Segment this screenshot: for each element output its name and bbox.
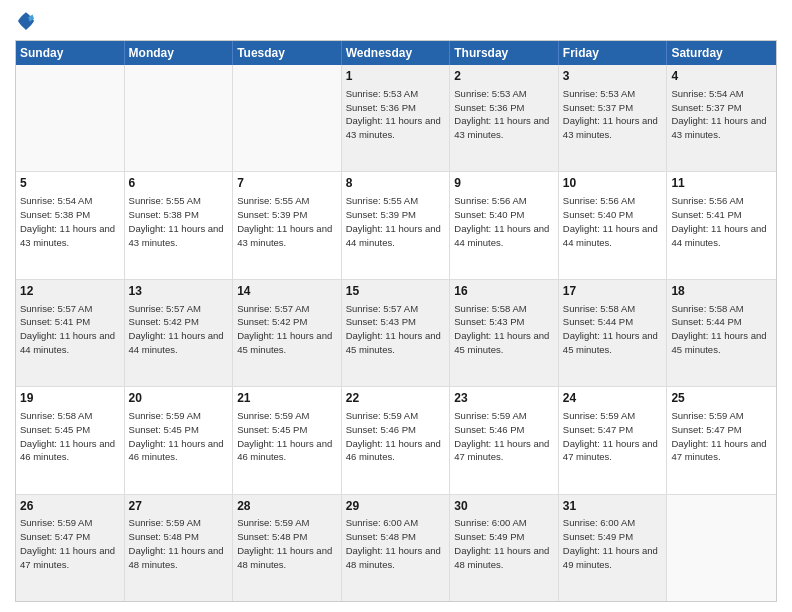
calendar-cell: 31Sunrise: 6:00 AMSunset: 5:49 PMDayligh… xyxy=(559,495,668,601)
day-number: 8 xyxy=(346,175,446,192)
day-number: 13 xyxy=(129,283,229,300)
day-number: 9 xyxy=(454,175,554,192)
header-thursday: Thursday xyxy=(450,41,559,65)
day-number: 21 xyxy=(237,390,337,407)
cell-info: Sunrise: 5:59 AMSunset: 5:47 PMDaylight:… xyxy=(20,516,120,571)
cell-info: Sunrise: 5:59 AMSunset: 5:48 PMDaylight:… xyxy=(129,516,229,571)
calendar-cell: 24Sunrise: 5:59 AMSunset: 5:47 PMDayligh… xyxy=(559,387,668,493)
day-number: 19 xyxy=(20,390,120,407)
calendar-cell: 29Sunrise: 6:00 AMSunset: 5:48 PMDayligh… xyxy=(342,495,451,601)
day-number: 2 xyxy=(454,68,554,85)
calendar-cell: 11Sunrise: 5:56 AMSunset: 5:41 PMDayligh… xyxy=(667,172,776,278)
cell-info: Sunrise: 5:55 AMSunset: 5:39 PMDaylight:… xyxy=(237,194,337,249)
cell-info: Sunrise: 5:54 AMSunset: 5:37 PMDaylight:… xyxy=(671,87,772,142)
day-number: 17 xyxy=(563,283,663,300)
calendar-cell: 6Sunrise: 5:55 AMSunset: 5:38 PMDaylight… xyxy=(125,172,234,278)
day-number: 26 xyxy=(20,498,120,515)
calendar-cell xyxy=(16,65,125,171)
logo-icon xyxy=(15,10,37,32)
header-friday: Friday xyxy=(559,41,668,65)
calendar-row: 5Sunrise: 5:54 AMSunset: 5:38 PMDaylight… xyxy=(16,172,776,279)
cell-info: Sunrise: 5:57 AMSunset: 5:43 PMDaylight:… xyxy=(346,302,446,357)
day-number: 31 xyxy=(563,498,663,515)
calendar-cell: 21Sunrise: 5:59 AMSunset: 5:45 PMDayligh… xyxy=(233,387,342,493)
cell-info: Sunrise: 5:53 AMSunset: 5:37 PMDaylight:… xyxy=(563,87,663,142)
calendar-cell: 18Sunrise: 5:58 AMSunset: 5:44 PMDayligh… xyxy=(667,280,776,386)
cell-info: Sunrise: 6:00 AMSunset: 5:49 PMDaylight:… xyxy=(563,516,663,571)
calendar-cell: 27Sunrise: 5:59 AMSunset: 5:48 PMDayligh… xyxy=(125,495,234,601)
logo xyxy=(15,10,41,32)
page: Sunday Monday Tuesday Wednesday Thursday… xyxy=(0,0,792,612)
calendar-header: Sunday Monday Tuesday Wednesday Thursday… xyxy=(16,41,776,65)
day-number: 16 xyxy=(454,283,554,300)
calendar-cell: 22Sunrise: 5:59 AMSunset: 5:46 PMDayligh… xyxy=(342,387,451,493)
calendar-cell: 20Sunrise: 5:59 AMSunset: 5:45 PMDayligh… xyxy=(125,387,234,493)
cell-info: Sunrise: 5:56 AMSunset: 5:41 PMDaylight:… xyxy=(671,194,772,249)
calendar-row: 1Sunrise: 5:53 AMSunset: 5:36 PMDaylight… xyxy=(16,65,776,172)
day-number: 22 xyxy=(346,390,446,407)
day-number: 6 xyxy=(129,175,229,192)
day-number: 11 xyxy=(671,175,772,192)
cell-info: Sunrise: 5:59 AMSunset: 5:48 PMDaylight:… xyxy=(237,516,337,571)
cell-info: Sunrise: 5:53 AMSunset: 5:36 PMDaylight:… xyxy=(346,87,446,142)
day-number: 29 xyxy=(346,498,446,515)
cell-info: Sunrise: 5:58 AMSunset: 5:44 PMDaylight:… xyxy=(671,302,772,357)
cell-info: Sunrise: 5:57 AMSunset: 5:42 PMDaylight:… xyxy=(129,302,229,357)
header xyxy=(15,10,777,32)
day-number: 4 xyxy=(671,68,772,85)
day-number: 1 xyxy=(346,68,446,85)
calendar: Sunday Monday Tuesday Wednesday Thursday… xyxy=(15,40,777,602)
cell-info: Sunrise: 5:59 AMSunset: 5:46 PMDaylight:… xyxy=(346,409,446,464)
day-number: 20 xyxy=(129,390,229,407)
cell-info: Sunrise: 5:58 AMSunset: 5:45 PMDaylight:… xyxy=(20,409,120,464)
cell-info: Sunrise: 5:55 AMSunset: 5:38 PMDaylight:… xyxy=(129,194,229,249)
calendar-cell: 1Sunrise: 5:53 AMSunset: 5:36 PMDaylight… xyxy=(342,65,451,171)
calendar-row: 19Sunrise: 5:58 AMSunset: 5:45 PMDayligh… xyxy=(16,387,776,494)
calendar-cell: 14Sunrise: 5:57 AMSunset: 5:42 PMDayligh… xyxy=(233,280,342,386)
cell-info: Sunrise: 5:57 AMSunset: 5:41 PMDaylight:… xyxy=(20,302,120,357)
day-number: 23 xyxy=(454,390,554,407)
cell-info: Sunrise: 6:00 AMSunset: 5:49 PMDaylight:… xyxy=(454,516,554,571)
calendar-cell: 8Sunrise: 5:55 AMSunset: 5:39 PMDaylight… xyxy=(342,172,451,278)
day-number: 24 xyxy=(563,390,663,407)
day-number: 30 xyxy=(454,498,554,515)
calendar-cell: 15Sunrise: 5:57 AMSunset: 5:43 PMDayligh… xyxy=(342,280,451,386)
cell-info: Sunrise: 5:59 AMSunset: 5:45 PMDaylight:… xyxy=(237,409,337,464)
header-wednesday: Wednesday xyxy=(342,41,451,65)
calendar-cell xyxy=(125,65,234,171)
calendar-cell: 9Sunrise: 5:56 AMSunset: 5:40 PMDaylight… xyxy=(450,172,559,278)
header-monday: Monday xyxy=(125,41,234,65)
calendar-cell: 3Sunrise: 5:53 AMSunset: 5:37 PMDaylight… xyxy=(559,65,668,171)
calendar-cell: 26Sunrise: 5:59 AMSunset: 5:47 PMDayligh… xyxy=(16,495,125,601)
day-number: 25 xyxy=(671,390,772,407)
calendar-cell: 25Sunrise: 5:59 AMSunset: 5:47 PMDayligh… xyxy=(667,387,776,493)
cell-info: Sunrise: 5:58 AMSunset: 5:43 PMDaylight:… xyxy=(454,302,554,357)
day-number: 27 xyxy=(129,498,229,515)
day-number: 28 xyxy=(237,498,337,515)
calendar-row: 12Sunrise: 5:57 AMSunset: 5:41 PMDayligh… xyxy=(16,280,776,387)
day-number: 18 xyxy=(671,283,772,300)
calendar-cell: 30Sunrise: 6:00 AMSunset: 5:49 PMDayligh… xyxy=(450,495,559,601)
header-tuesday: Tuesday xyxy=(233,41,342,65)
day-number: 10 xyxy=(563,175,663,192)
calendar-cell: 5Sunrise: 5:54 AMSunset: 5:38 PMDaylight… xyxy=(16,172,125,278)
cell-info: Sunrise: 5:59 AMSunset: 5:47 PMDaylight:… xyxy=(671,409,772,464)
calendar-cell: 28Sunrise: 5:59 AMSunset: 5:48 PMDayligh… xyxy=(233,495,342,601)
calendar-cell: 19Sunrise: 5:58 AMSunset: 5:45 PMDayligh… xyxy=(16,387,125,493)
calendar-cell: 13Sunrise: 5:57 AMSunset: 5:42 PMDayligh… xyxy=(125,280,234,386)
day-number: 3 xyxy=(563,68,663,85)
cell-info: Sunrise: 5:53 AMSunset: 5:36 PMDaylight:… xyxy=(454,87,554,142)
calendar-cell: 2Sunrise: 5:53 AMSunset: 5:36 PMDaylight… xyxy=(450,65,559,171)
calendar-cell: 17Sunrise: 5:58 AMSunset: 5:44 PMDayligh… xyxy=(559,280,668,386)
cell-info: Sunrise: 5:59 AMSunset: 5:47 PMDaylight:… xyxy=(563,409,663,464)
header-saturday: Saturday xyxy=(667,41,776,65)
calendar-cell: 16Sunrise: 5:58 AMSunset: 5:43 PMDayligh… xyxy=(450,280,559,386)
calendar-row: 26Sunrise: 5:59 AMSunset: 5:47 PMDayligh… xyxy=(16,495,776,601)
cell-info: Sunrise: 5:59 AMSunset: 5:45 PMDaylight:… xyxy=(129,409,229,464)
cell-info: Sunrise: 5:59 AMSunset: 5:46 PMDaylight:… xyxy=(454,409,554,464)
calendar-body: 1Sunrise: 5:53 AMSunset: 5:36 PMDaylight… xyxy=(16,65,776,601)
calendar-cell: 4Sunrise: 5:54 AMSunset: 5:37 PMDaylight… xyxy=(667,65,776,171)
day-number: 5 xyxy=(20,175,120,192)
cell-info: Sunrise: 5:55 AMSunset: 5:39 PMDaylight:… xyxy=(346,194,446,249)
cell-info: Sunrise: 5:54 AMSunset: 5:38 PMDaylight:… xyxy=(20,194,120,249)
